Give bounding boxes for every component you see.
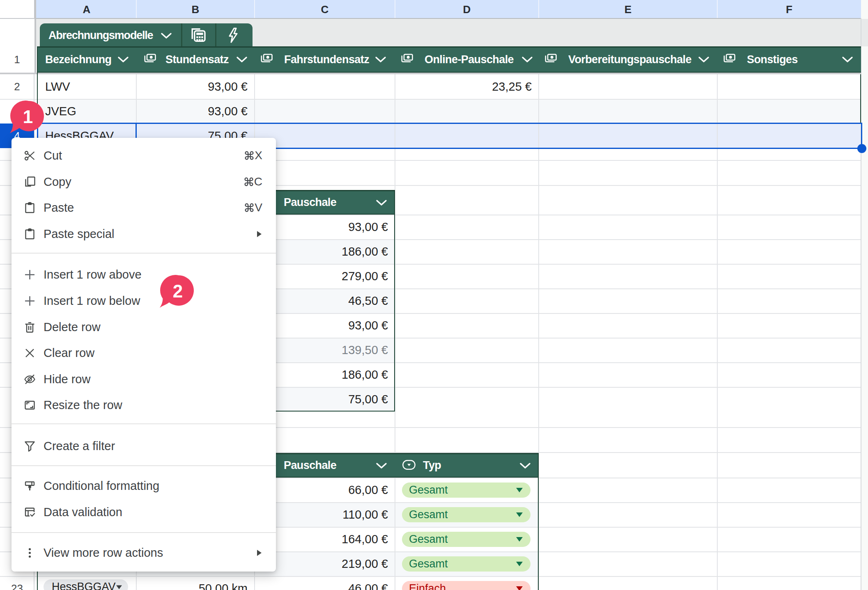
svg-text:2: 2 [173,281,183,301]
svg-text:1: 1 [23,107,33,127]
